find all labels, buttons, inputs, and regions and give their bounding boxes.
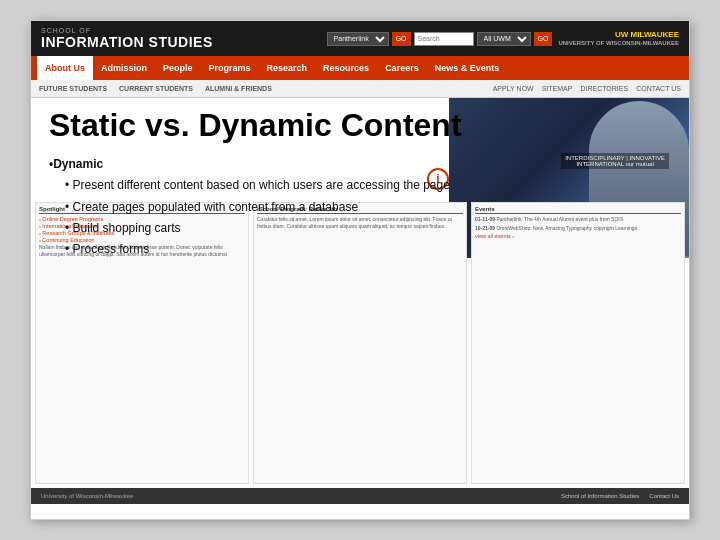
footer-ischool-link[interactable]: School of Information Studies: [561, 493, 639, 499]
main-nav: About Us Admission People Programs Resea…: [31, 56, 689, 80]
content-area: INTERDISCIPLINARY | INNOVATIVE INTERNATI…: [31, 98, 689, 488]
nav-item-programs[interactable]: Programs: [201, 56, 259, 80]
footer-university-name: University of Wisconsin-Milwaukee: [41, 493, 133, 499]
slide-container: SCHOOL OF INFORMATION STUDIES Pantherlin…: [30, 20, 690, 520]
footer-right: School of Information Studies Contact Us: [561, 493, 679, 499]
nav-item-careers[interactable]: Careers: [377, 56, 427, 80]
sub-nav-left: FUTURE STUDENTS CURRENT STUDENTS ALUMNI …: [39, 85, 272, 92]
bullet-sub-3: • Build shopping carts: [49, 219, 671, 238]
slide-title: Static vs. Dynamic Content: [49, 108, 671, 143]
school-of-label: SCHOOL OF: [41, 27, 213, 34]
bullet-main-dynamic: •Dynamic: [49, 155, 671, 174]
site-header: SCHOOL OF INFORMATION STUDIES Pantherlin…: [31, 21, 689, 56]
nav-item-admission[interactable]: Admission: [93, 56, 155, 80]
go-button-2[interactable]: GO: [534, 32, 553, 46]
bullet-sub-1: • Present different content based on whi…: [49, 176, 671, 195]
school-name-label: INFORMATION STUDIES: [41, 34, 213, 50]
bullet-sub-2: • Create pages populated with content fr…: [49, 198, 671, 217]
footer-contact-link[interactable]: Contact Us: [649, 493, 679, 499]
all-uwm-select[interactable]: All UWM: [477, 32, 531, 46]
slide-content: Static vs. Dynamic Content •Dynamic • Pr…: [31, 98, 689, 269]
sub-nav-future[interactable]: FUTURE STUDENTS: [39, 85, 107, 92]
sub-nav: FUTURE STUDENTS CURRENT STUDENTS ALUMNI …: [31, 80, 689, 98]
school-logo: SCHOOL OF INFORMATION STUDIES: [41, 27, 213, 50]
header-right: Pantherlink GO All UWM GO UW MILWAUKEE U…: [327, 30, 679, 47]
go-button-1[interactable]: GO: [392, 32, 411, 46]
sub-nav-right: APPLY NOW SITEMAP DIRECTORIES CONTACT US: [493, 85, 681, 92]
nav-item-about-us[interactable]: About Us: [37, 56, 93, 80]
sub-nav-contact[interactable]: CONTACT US: [636, 85, 681, 92]
search-input[interactable]: [414, 32, 474, 46]
sub-nav-apply[interactable]: APPLY NOW: [493, 85, 534, 92]
sub-nav-current[interactable]: CURRENT STUDENTS: [119, 85, 193, 92]
nav-item-research[interactable]: Research: [259, 56, 316, 80]
nav-item-people[interactable]: People: [155, 56, 201, 80]
uw-logo: UW MILWAUKEE UNIVERSITY OF WISCONSIN-MIL…: [558, 30, 679, 47]
bullet-sub-4: • Process forms: [49, 240, 671, 259]
pantherlink-select[interactable]: Pantherlink: [327, 32, 389, 46]
sub-nav-sitemap[interactable]: SITEMAP: [542, 85, 573, 92]
site-footer: University of Wisconsin-Milwaukee School…: [31, 488, 689, 504]
sub-nav-alumni[interactable]: ALUMNI & FRIENDS: [205, 85, 272, 92]
slide-bullets: •Dynamic • Present different content bas…: [49, 155, 671, 259]
nav-item-news-events[interactable]: News & Events: [427, 56, 508, 80]
nav-item-resources[interactable]: Resources: [315, 56, 377, 80]
header-search-bar: Pantherlink GO All UWM GO: [327, 32, 553, 46]
sub-nav-directories[interactable]: DIRECTORIES: [580, 85, 628, 92]
